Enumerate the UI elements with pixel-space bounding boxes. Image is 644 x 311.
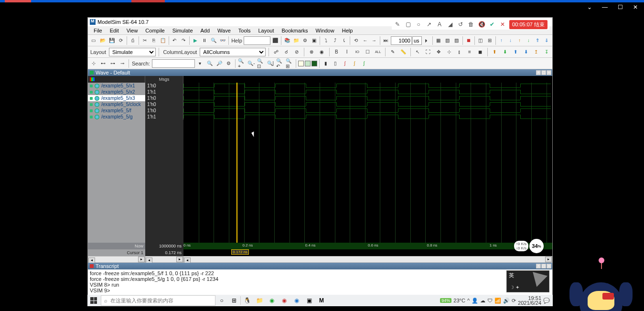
menu-bookmarks[interactable]: Bookmarks: [278, 27, 312, 34]
menu-window[interactable]: Window: [312, 27, 338, 34]
step-into-icon[interactable]: ⤵: [322, 36, 330, 45]
transcript[interactable]: force -freeze sim:/example5_5/f 1 0, 0 {…: [88, 269, 552, 298]
square-icon[interactable]: ▢: [404, 21, 412, 28]
signal-row[interactable]: /example5_5/f: [88, 107, 145, 114]
expand1-icon[interactable]: ⊹: [89, 59, 98, 68]
print-icon[interactable]: ⎙: [129, 36, 137, 45]
msg-scroll-right[interactable]: ▸: [176, 257, 183, 262]
arrow-select-icon[interactable]: ↖: [414, 48, 422, 56]
down3-icon[interactable]: ⇓: [542, 36, 551, 45]
step-over-icon[interactable]: ⤴: [331, 36, 339, 45]
mute-icon[interactable]: 🔇: [478, 21, 485, 28]
zoom-last-icon[interactable]: 🔍↶: [276, 59, 284, 68]
tray-chevron-icon[interactable]: ^: [467, 298, 470, 303]
bus-tool-icon[interactable]: ≡: [465, 48, 474, 56]
cov1-icon[interactable]: ▦: [434, 36, 443, 45]
black-icon[interactable]: ◼: [476, 48, 484, 56]
run-time-input[interactable]: [391, 36, 412, 45]
up2-icon[interactable]: ↑: [515, 36, 524, 45]
wave-canvas[interactable]: [183, 83, 552, 243]
circle-icon[interactable]: ○: [415, 21, 422, 28]
link3-icon[interactable]: ⊘: [292, 48, 301, 56]
compile-icon[interactable]: ⚙: [301, 36, 310, 45]
restart-icon[interactable]: ⟲: [352, 36, 360, 45]
trash-icon[interactable]: 🗑: [467, 21, 475, 28]
signal-row[interactable]: /example5_5/x3: [88, 95, 145, 101]
transcript-add-icon[interactable]: +: [536, 264, 541, 268]
y4-icon[interactable]: ⬇: [522, 48, 530, 56]
ime-overlay[interactable]: 英 ☽ ✦: [506, 270, 549, 292]
format2-icon[interactable]: ▯: [331, 59, 340, 68]
format5-icon[interactable]: ∫: [360, 59, 368, 68]
host-close[interactable]: ✕: [628, 2, 643, 12]
expand2-icon[interactable]: ⊷: [99, 59, 107, 68]
cursor-ruler[interactable]: 0.172 ns: [183, 249, 552, 256]
text-icon[interactable]: A: [436, 21, 443, 28]
menu-edit[interactable]: Edit: [106, 27, 123, 34]
signal-row[interactable]: /example5_5/x2: [88, 89, 145, 95]
battery-badge[interactable]: 94%: [440, 298, 451, 303]
color-green-icon[interactable]: [305, 61, 311, 66]
undo-icon[interactable]: ↶: [171, 36, 179, 45]
modelsim-taskbar-icon[interactable]: M: [316, 295, 327, 306]
arrow-left-icon[interactable]: ←: [361, 36, 369, 45]
open-icon[interactable]: 📂: [98, 36, 107, 45]
redo-icon[interactable]: ↷: [179, 36, 188, 45]
cov2-icon[interactable]: ▧: [443, 36, 452, 45]
break-all-icon[interactable]: ⊗: [307, 48, 316, 56]
wave-dock-icon[interactable]: ▢: [541, 70, 546, 75]
radix-b-icon[interactable]: B: [333, 48, 341, 56]
menu-view[interactable]: View: [123, 27, 142, 34]
library-icon[interactable]: 📚: [283, 36, 291, 45]
search-next-icon[interactable]: 🔎: [215, 59, 224, 68]
zoom-area-icon[interactable]: ⛶: [424, 48, 432, 56]
radix-all-icon[interactable]: ALL: [374, 48, 382, 56]
menu-help[interactable]: Help: [338, 27, 357, 34]
measure-icon[interactable]: 📏: [399, 48, 408, 56]
cursor-tool-icon[interactable]: ⊹: [445, 48, 453, 56]
layout-select[interactable]: Simulate: [109, 48, 156, 56]
app1-icon[interactable]: ▣: [304, 295, 314, 306]
edge-tool-icon[interactable]: ⫿: [455, 48, 463, 56]
arrow-right-icon[interactable]: →: [370, 36, 378, 45]
tray-people-icon[interactable]: 👤: [472, 298, 478, 304]
y3-icon[interactable]: ⬆: [511, 48, 520, 56]
sig-scroll-right[interactable]: ▸: [138, 257, 145, 262]
wave-close-icon[interactable]: ×: [547, 70, 551, 75]
format3-icon[interactable]: ∫: [341, 59, 349, 68]
host-maximize[interactable]: ☐: [612, 2, 628, 12]
eraser-icon[interactable]: ◢: [446, 21, 454, 28]
run-unit-input[interactable]: [412, 36, 422, 45]
search-dropdown-icon[interactable]: ▾: [196, 59, 204, 68]
explorer-icon[interactable]: 📁: [254, 295, 265, 306]
step-out-icon[interactable]: ⤹: [340, 36, 348, 45]
tray-cloud-icon[interactable]: ☁: [480, 298, 485, 304]
link2-icon[interactable]: ☌: [282, 48, 291, 56]
sim-icon[interactable]: ▣: [310, 36, 319, 45]
recording-timer[interactable]: 00:05:07 结束: [509, 20, 547, 29]
host-minimize[interactable]: —: [597, 2, 612, 12]
color-yellow-icon[interactable]: [298, 61, 304, 66]
layout1-icon[interactable]: ◫: [476, 36, 485, 45]
host-chevron[interactable]: ⌄: [582, 2, 597, 12]
zoom-cursor-icon[interactable]: 🔍|: [266, 59, 275, 68]
expand3-icon[interactable]: ⊶: [108, 59, 117, 68]
y5-icon[interactable]: ↥: [532, 48, 540, 56]
wechat-icon[interactable]: ◉: [267, 295, 277, 306]
transcript-dock-icon[interactable]: ▢: [541, 264, 546, 268]
run-length-icon[interactable]: ⏭: [382, 36, 390, 45]
search-prev-icon[interactable]: 🔍: [205, 59, 214, 68]
expand4-icon[interactable]: ⊸: [118, 59, 127, 68]
y2-icon[interactable]: ⬇: [501, 48, 509, 56]
close-icon[interactable]: ✕: [499, 21, 506, 28]
run-all-icon[interactable]: ⏵: [422, 36, 431, 45]
zoom-full-icon[interactable]: 🔍⊡: [257, 59, 265, 68]
tray-sync-icon[interactable]: ⟳: [512, 298, 516, 304]
down2-icon[interactable]: ↓: [524, 36, 533, 45]
zoom-out-icon[interactable]: 🔍-: [247, 59, 256, 68]
color-dark-icon[interactable]: [311, 61, 317, 66]
transcript-close-icon[interactable]: ×: [547, 264, 551, 268]
wand-icon[interactable]: ✎: [388, 48, 397, 56]
zoom-other-icon[interactable]: 🔍⊞: [285, 59, 294, 68]
zoom-in-icon[interactable]: 🔍+: [237, 59, 246, 68]
